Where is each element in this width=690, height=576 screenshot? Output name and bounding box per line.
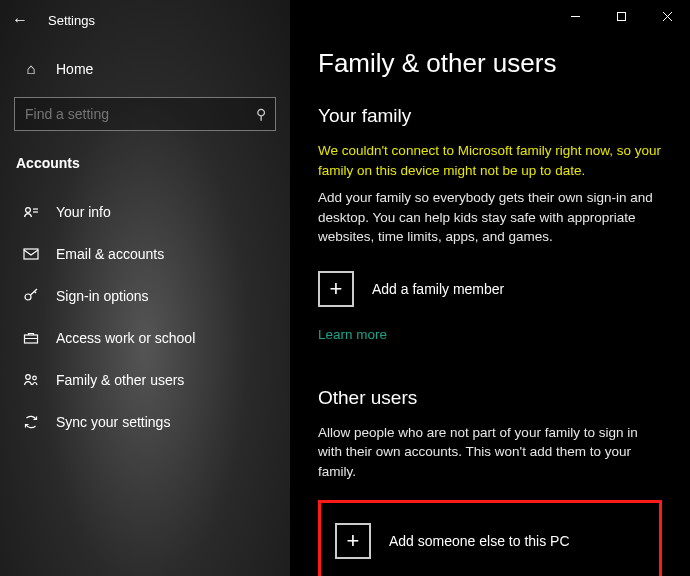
other-heading: Other users [318, 387, 662, 409]
svg-rect-3 [24, 249, 38, 259]
menu-label: Sync your settings [56, 414, 170, 430]
sidebar-item-your-info[interactable]: Your info [0, 191, 290, 233]
people-icon [22, 372, 40, 388]
svg-point-6 [26, 375, 31, 380]
close-button[interactable] [644, 0, 690, 32]
add-other-label: Add someone else to this PC [389, 533, 570, 549]
svg-point-4 [25, 294, 31, 300]
plus-icon: + [318, 271, 354, 307]
back-arrow-icon[interactable]: ← [12, 11, 28, 29]
learn-more-link[interactable]: Learn more [318, 327, 387, 342]
settings-sidebar: ← Settings ⌂ Home ⚲ Accounts Your info E… [0, 0, 290, 576]
highlighted-action: + Add someone else to this PC [318, 500, 662, 577]
family-description: Add your family so everybody gets their … [318, 188, 662, 247]
menu-label: Family & other users [56, 372, 184, 388]
minimize-button[interactable] [552, 0, 598, 32]
sidebar-item-work[interactable]: Access work or school [0, 317, 290, 359]
sidebar-menu: Your info Email & accounts Sign-in optio… [0, 181, 290, 443]
svg-rect-9 [617, 12, 625, 20]
sync-icon [22, 414, 40, 430]
briefcase-icon [22, 330, 40, 346]
svg-point-7 [33, 376, 37, 380]
titlebar: ← Settings [0, 0, 290, 40]
page-title: Family & other users [318, 48, 662, 79]
sidebar-category: Accounts [0, 141, 290, 181]
mail-icon [22, 246, 40, 262]
search-input[interactable] [14, 97, 276, 131]
key-icon [22, 288, 40, 304]
content-pane: Family & other users Your family We coul… [290, 0, 690, 576]
menu-label: Sign-in options [56, 288, 149, 304]
plus-icon: + [335, 523, 371, 559]
home-icon: ⌂ [22, 60, 40, 77]
menu-label: Email & accounts [56, 246, 164, 262]
add-family-label: Add a family member [372, 281, 504, 297]
sidebar-item-signin[interactable]: Sign-in options [0, 275, 290, 317]
sidebar-item-family[interactable]: Family & other users [0, 359, 290, 401]
other-description: Allow people who are not part of your fa… [318, 423, 662, 482]
person-card-icon [22, 204, 40, 220]
maximize-button[interactable] [598, 0, 644, 32]
family-warning: We couldn't connect to Microsoft family … [318, 141, 662, 180]
add-other-user-button[interactable]: + Add someone else to this PC [335, 517, 645, 565]
sidebar-item-email[interactable]: Email & accounts [0, 233, 290, 275]
menu-label: Your info [56, 204, 111, 220]
svg-point-0 [26, 208, 31, 213]
app-title: Settings [48, 13, 95, 28]
menu-label: Access work or school [56, 330, 195, 346]
sidebar-item-sync[interactable]: Sync your settings [0, 401, 290, 443]
home-nav[interactable]: ⌂ Home [0, 50, 290, 87]
family-heading: Your family [318, 105, 662, 127]
home-label: Home [56, 61, 93, 77]
add-family-member-button[interactable]: + Add a family member [318, 265, 662, 313]
window-controls [552, 0, 690, 32]
